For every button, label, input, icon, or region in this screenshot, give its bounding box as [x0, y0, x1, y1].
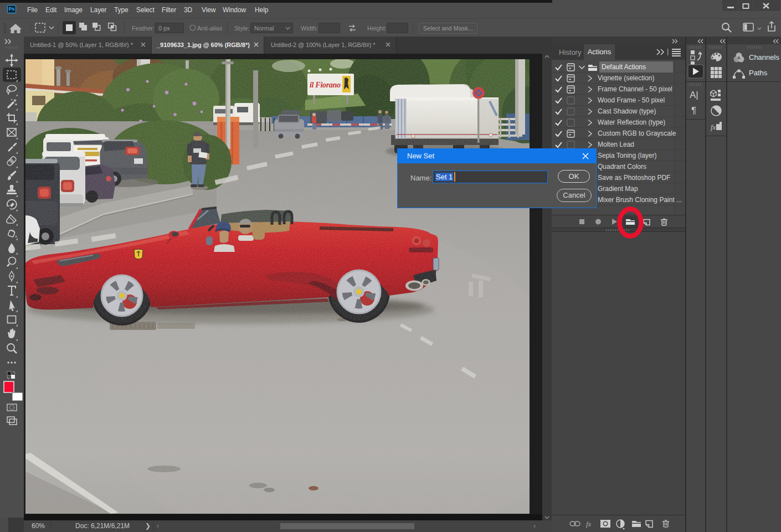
svg-text:fx: fx [586, 520, 592, 528]
svg-text:fx: fx [711, 123, 716, 131]
